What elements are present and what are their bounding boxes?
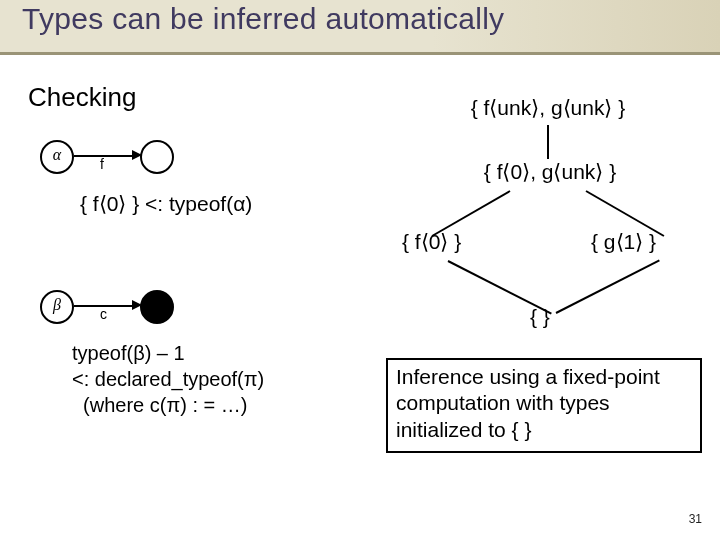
constraint-alpha: { f⟨0⟩ } <: typeof(α) — [80, 192, 252, 216]
lattice-edge-right-bot — [556, 259, 660, 313]
lattice-edge-left-bot — [448, 260, 552, 314]
lattice-top: { f⟨unk⟩, g⟨unk⟩ } — [428, 96, 668, 120]
arrowhead-c — [132, 300, 142, 310]
edge-f — [74, 155, 136, 157]
page-number: 31 — [689, 512, 702, 526]
slide-title: Types can be inferred automatically — [22, 2, 504, 36]
arrowhead-f — [132, 150, 142, 160]
lattice-edge-mid-left — [432, 190, 511, 237]
checking-heading: Checking — [28, 82, 136, 113]
node-blank-2 — [140, 290, 174, 324]
node-beta: β — [40, 290, 74, 324]
lattice-mid: { f⟨0⟩, g⟨unk⟩ } — [440, 160, 660, 184]
node-alpha: α — [40, 140, 74, 174]
edge-label-c: c — [100, 306, 107, 322]
node-blank-1 — [140, 140, 174, 174]
constraint-beta-l1: typeof(β) – 1 — [72, 340, 264, 366]
constraint-beta: typeof(β) – 1 <: declared_typeof(π) (whe… — [72, 340, 264, 418]
lattice-edge-top-mid — [547, 125, 549, 159]
edge-label-f: f — [100, 156, 104, 172]
inference-box: Inference using a fixed-point computatio… — [386, 358, 702, 453]
lattice-right: { g⟨1⟩ } — [591, 230, 656, 254]
constraint-beta-l2: <: declared_typeof(π) — [72, 366, 264, 392]
constraint-beta-l3: (where c(π) : = …) — [72, 392, 264, 418]
